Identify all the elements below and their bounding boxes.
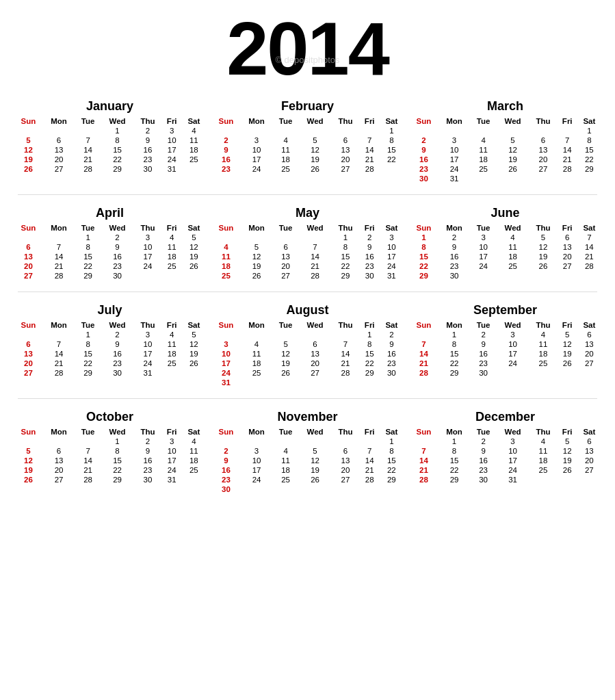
day-cell: 25 (162, 261, 182, 271)
day-cell (529, 271, 557, 281)
day-header-sun: Sun (409, 116, 439, 126)
day-cell: 19 (182, 252, 206, 261)
month-table-july: SunMonTueWedThuFriSat 123456789101112131… (14, 320, 206, 378)
day-cell: 3 (162, 126, 182, 135)
day-header-fri: Fri (162, 427, 182, 437)
day-header-thu: Thu (133, 427, 161, 437)
day-header-thu: Thu (133, 116, 161, 126)
month-title-april: April (14, 206, 206, 220)
day-cell: 1 (439, 330, 471, 339)
day-cell: 23 (211, 475, 241, 484)
day-cell: 16 (133, 456, 161, 465)
day-cell: 11 (529, 446, 557, 456)
day-cell (272, 378, 299, 387)
day-cell: 17 (380, 252, 404, 261)
day-cell: 25 (182, 465, 206, 475)
day-cell: 5 (558, 437, 577, 446)
day-cell: 22 (331, 261, 359, 271)
day-cell: 13 (577, 339, 601, 349)
month-table-march: SunMonTueWedThuFriSat 123456789101112131… (409, 116, 601, 183)
day-header-fri: Fri (162, 320, 182, 330)
day-cell: 24 (241, 164, 273, 174)
day-cell: 29 (439, 475, 471, 484)
day-cell: 26 (182, 261, 206, 271)
day-cell: 22 (360, 359, 380, 368)
day-cell: 29 (360, 368, 380, 378)
day-cell: 22 (101, 465, 133, 475)
month-block-june: JuneSunMonTueWedThuFriSat123456789101112… (408, 203, 603, 283)
day-cell: 8 (577, 135, 601, 145)
day-cell (497, 126, 529, 135)
day-cell: 7 (43, 339, 75, 349)
day-cell: 19 (558, 349, 577, 359)
day-cell: 13 (43, 145, 75, 155)
day-cell: 2 (133, 437, 161, 446)
day-cell (497, 368, 529, 378)
day-cell: 23 (470, 465, 497, 475)
day-header-mon: Mon (43, 223, 75, 233)
day-cell (360, 484, 380, 494)
day-cell: 1 (101, 126, 133, 135)
month-title-may: May (211, 206, 404, 220)
day-cell (272, 233, 299, 242)
day-cell: 6 (529, 135, 557, 145)
day-cell: 26 (558, 465, 577, 475)
day-header-sat: Sat (577, 116, 601, 126)
day-cell: 23 (133, 155, 161, 164)
day-cell (529, 368, 557, 378)
day-header-sun: Sun (211, 427, 241, 437)
day-cell: 7 (360, 446, 380, 456)
day-cell: 20 (558, 252, 577, 261)
day-cell (558, 368, 577, 378)
day-cell: 18 (162, 252, 182, 261)
day-cell (241, 484, 273, 494)
day-cell: 25 (162, 359, 182, 368)
day-cell: 22 (75, 359, 101, 368)
day-cell: 2 (470, 330, 497, 339)
day-cell: 30 (439, 271, 471, 281)
day-header-mon: Mon (241, 320, 273, 330)
day-cell: 10 (133, 242, 161, 252)
day-cell: 26 (299, 475, 331, 484)
day-cell: 10 (133, 339, 161, 349)
day-header-thu: Thu (133, 320, 161, 330)
day-cell: 14 (75, 145, 101, 155)
day-cell: 10 (497, 339, 529, 349)
day-cell: 18 (272, 465, 299, 475)
day-cell: 28 (577, 261, 601, 271)
day-cell: 21 (409, 359, 439, 368)
month-block-september: SeptemberSunMonTueWedThuFriSat 123456789… (408, 300, 603, 390)
day-cell: 1 (380, 437, 404, 446)
month-title-august: August (211, 303, 404, 317)
day-cell: 13 (577, 446, 601, 456)
day-cell: 14 (409, 456, 439, 465)
day-cell: 15 (380, 145, 404, 155)
day-header-tue: Tue (75, 223, 101, 233)
year-title: 2014 (7, 7, 608, 90)
day-cell: 22 (380, 155, 404, 164)
day-header-fri: Fri (360, 320, 380, 330)
day-header-wed: Wed (497, 223, 529, 233)
day-cell: 16 (211, 155, 241, 164)
day-header-sun: Sun (409, 427, 439, 437)
month-divider (18, 398, 597, 399)
day-cell: 13 (299, 349, 331, 359)
day-cell (241, 437, 273, 446)
day-cell: 30 (470, 475, 497, 484)
day-cell: 3 (162, 437, 182, 446)
day-cell: 28 (43, 271, 75, 281)
day-cell: 13 (331, 145, 359, 155)
day-cell: 8 (101, 135, 133, 145)
day-cell (299, 484, 331, 494)
day-cell: 22 (409, 261, 439, 271)
day-cell: 29 (101, 475, 133, 484)
day-cell: 26 (14, 475, 43, 484)
day-header-sat: Sat (577, 320, 601, 330)
day-cell: 8 (439, 339, 471, 349)
day-cell (241, 233, 273, 242)
day-cell: 17 (241, 465, 273, 475)
day-cell (299, 126, 331, 135)
day-cell: 9 (470, 339, 497, 349)
day-header-fri: Fri (360, 116, 380, 126)
day-cell (241, 126, 273, 135)
